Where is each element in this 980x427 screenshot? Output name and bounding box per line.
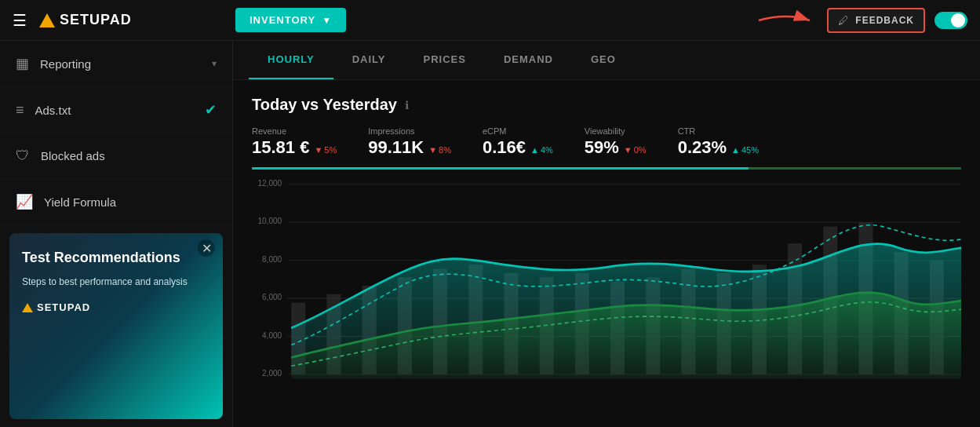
tab-geo[interactable]: GEO: [572, 41, 635, 79]
chart-canvas: 12,000 10,000 8,000 6,000 4,000 2,000: [252, 176, 961, 396]
tab-hourly[interactable]: HOURLY: [249, 41, 333, 79]
metric-revenue-change: ▼ 5%: [314, 145, 337, 155]
promo-close-button[interactable]: ✕: [198, 239, 215, 257]
metric-ctr-row: 0.23% ▲ 45%: [678, 137, 759, 158]
info-icon[interactable]: ℹ: [405, 99, 409, 111]
bar-chart-icon: ▦: [16, 55, 29, 72]
feedback-button[interactable]: 🖊 FEEDBACK: [827, 8, 925, 33]
promo-logo: SETUPAD: [22, 301, 210, 313]
arrow-svg: [755, 9, 818, 32]
feedback-label: FEEDBACK: [855, 15, 914, 26]
arrow-indicator: [755, 9, 818, 32]
metric-viewability-change: ▼ 0%: [624, 145, 647, 155]
metric-ctr: CTR 0.23% ▲ 45%: [678, 126, 759, 158]
feedback-area: 🖊 FEEDBACK: [755, 8, 967, 33]
progress-bar: [252, 167, 961, 170]
sidebar-item-blocked-ads[interactable]: 🛡 Blocked ads: [0, 133, 232, 179]
metric-revenue-label: Revenue: [252, 126, 337, 136]
chart-header: Today vs Yesterday ℹ: [252, 96, 961, 114]
metric-ecpm-row: 0.16€ ▲ 4%: [483, 137, 553, 158]
metric-ctr-label: CTR: [678, 126, 759, 136]
svg-text:4,000: 4,000: [262, 330, 282, 339]
sidebar-item-adstxt-label: Ads.txt: [35, 104, 194, 117]
promo-logo-triangle-icon: [22, 303, 33, 312]
metric-ctr-change: ▲ 45%: [731, 145, 759, 155]
chart-title: Today vs Yesterday: [252, 96, 397, 114]
sidebar-item-blocked-ads-label: Blocked ads: [41, 149, 217, 162]
ui-theme-toggle[interactable]: [934, 12, 967, 29]
check-icon: ✔: [205, 101, 217, 119]
logo-triangle-icon: [39, 13, 55, 27]
chart-svg: 12,000 10,000 8,000 6,000 4,000 2,000: [252, 176, 961, 396]
sidebar-item-yield-formula-label: Yield Formula: [44, 195, 217, 209]
metric-viewability: Viewability 59% ▼ 0%: [585, 126, 647, 158]
metric-impressions: Impressions 99.11K ▼ 8%: [368, 126, 451, 158]
sidebar: ▦ Reporting ▾ ≡ Ads.txt ✔ 🛡 Blocked ads …: [0, 41, 233, 427]
tab-demand[interactable]: DEMAND: [485, 41, 572, 79]
metric-revenue-row: 15.81 € ▼ 5%: [252, 137, 337, 158]
metric-ecpm: eCPM 0.16€ ▲ 4%: [483, 126, 553, 158]
logo: SETUPAD: [39, 12, 132, 28]
list-icon: ≡: [16, 102, 24, 119]
svg-text:6,000: 6,000: [262, 293, 282, 301]
metric-ecpm-value: 0.16€: [483, 137, 526, 158]
svg-text:8,000: 8,000: [262, 255, 282, 264]
feedback-icon: 🖊: [838, 14, 849, 27]
metric-impressions-change: ▼ 8%: [428, 145, 451, 155]
metric-impressions-value: 99.11K: [368, 137, 424, 158]
topbar: ☰ SETUPAD INVENTORY ▼ 🖊 FEEDBACK: [0, 0, 980, 41]
metric-viewability-label: Viewability: [585, 126, 647, 136]
metric-ctr-value: 0.23%: [678, 137, 727, 158]
metric-ecpm-label: eCPM: [483, 126, 553, 136]
promo-description: Steps to best performance and analysis: [22, 275, 210, 289]
svg-text:10,000: 10,000: [257, 217, 282, 225]
inventory-button[interactable]: INVENTORY ▼: [235, 8, 346, 32]
metric-impressions-row: 99.11K ▼ 8%: [368, 137, 451, 158]
metric-viewability-value: 59%: [585, 137, 619, 158]
metrics-row: Revenue 15.81 € ▼ 5% Impressions 99.11K …: [252, 126, 961, 158]
chevron-down-icon: ▾: [212, 58, 217, 69]
chart-area: Today vs Yesterday ℹ Revenue 15.81 € ▼ 5…: [233, 80, 980, 427]
metric-viewability-row: 59% ▼ 0%: [585, 137, 647, 158]
content-area: HOURLY DAILY PRICES DEMAND GEO Today vs …: [233, 41, 980, 427]
logo-text: SETUPAD: [60, 12, 132, 28]
sidebar-item-reporting-label: Reporting: [40, 57, 201, 71]
tab-prices[interactable]: PRICES: [405, 41, 485, 79]
shield-icon: 🛡: [16, 148, 30, 164]
metric-ecpm-change: ▲ 4%: [530, 145, 553, 155]
tab-daily[interactable]: DAILY: [333, 41, 405, 79]
sidebar-item-reporting[interactable]: ▦ Reporting ▾: [0, 41, 232, 87]
sidebar-item-adstxt[interactable]: ≡ Ads.txt ✔: [0, 87, 232, 133]
promo-title: Test Recommendations: [22, 249, 210, 267]
metric-revenue-value: 15.81 €: [252, 137, 309, 158]
chevron-down-icon: ▼: [322, 15, 332, 26]
main-layout: ▦ Reporting ▾ ≡ Ads.txt ✔ 🛡 Blocked ads …: [0, 41, 980, 427]
promo-logo-text: SETUPAD: [37, 301, 90, 313]
menu-icon[interactable]: ☰: [13, 11, 27, 30]
svg-text:2,000: 2,000: [262, 369, 282, 378]
inventory-label: INVENTORY: [250, 14, 315, 26]
toggle-knob: [951, 13, 965, 27]
tabs-bar: HOURLY DAILY PRICES DEMAND GEO: [233, 41, 980, 80]
promo-card: ✕ Test Recommendations Steps to best per…: [9, 233, 223, 419]
metric-impressions-label: Impressions: [368, 126, 451, 136]
sidebar-item-yield-formula[interactable]: 📈 Yield Formula: [0, 179, 232, 225]
metric-revenue: Revenue 15.81 € ▼ 5%: [252, 126, 337, 158]
svg-text:12,000: 12,000: [257, 179, 282, 188]
trend-icon: 📈: [16, 193, 33, 210]
